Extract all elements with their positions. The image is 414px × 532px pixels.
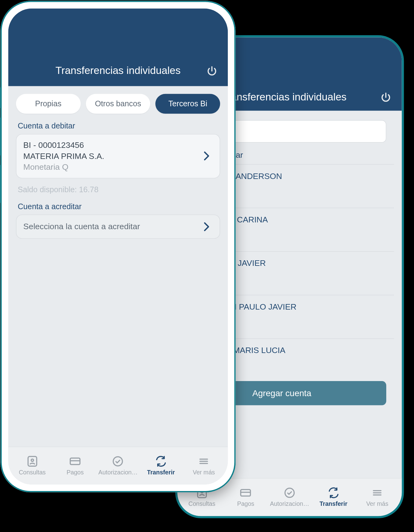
credit-placeholder: Selecciona la cuenta a acreditar bbox=[23, 221, 200, 232]
credit-section-label: Cuenta a acreditar bbox=[8, 198, 228, 213]
debit-section-label: Cuenta a debitar bbox=[8, 118, 228, 132]
phone-front-wrap: Transferencias individuales Propias Otro… bbox=[0, 1, 236, 492]
available-balance: Saldo disponible: 16.78 bbox=[8, 182, 228, 199]
side-button bbox=[404, 171, 404, 205]
debit-account-selector[interactable]: BI - 0000123456 MATERIA PRIMA S.A. Monet… bbox=[16, 134, 220, 178]
tab-propias[interactable]: Propias bbox=[16, 94, 80, 113]
power-icon[interactable] bbox=[206, 65, 217, 76]
nav-autorizaciones[interactable]: Autorizacion… bbox=[269, 486, 310, 507]
tab-terceros-bi[interactable]: Terceros Bi bbox=[155, 94, 220, 113]
nav-pagos[interactable]: Pagos bbox=[54, 454, 96, 475]
page-title: Transferencias individuales bbox=[30, 64, 206, 76]
side-button bbox=[0, 164, 0, 203]
chevron-right-icon bbox=[200, 149, 213, 162]
chevron-right-icon bbox=[200, 220, 213, 233]
bottom-nav: Consultas Pagos Autorizacion… Transferir… bbox=[8, 446, 228, 484]
check-circle-icon bbox=[283, 486, 296, 499]
nav-pagos[interactable]: Pagos bbox=[225, 486, 266, 507]
svg-point-7 bbox=[113, 456, 122, 465]
menu-icon bbox=[371, 486, 383, 499]
badge-icon bbox=[26, 454, 39, 467]
debit-account-id: BI - 0000123456 bbox=[23, 140, 200, 151]
transfer-type-tabs: Propias Otros bancos Terceros Bi bbox=[8, 86, 228, 118]
power-icon[interactable] bbox=[380, 91, 391, 103]
debit-account-type: Monetaria Q bbox=[23, 161, 200, 173]
side-button bbox=[0, 87, 0, 108]
nav-consultas[interactable]: Consultas bbox=[11, 454, 53, 475]
transfer-icon bbox=[327, 486, 340, 499]
nav-ver-mas[interactable]: Ver más bbox=[356, 486, 398, 507]
check-circle-icon bbox=[111, 454, 124, 467]
phone-front: Transferencias individuales Propias Otro… bbox=[8, 8, 228, 485]
debit-account-owner: MATERIA PRIMA S.A. bbox=[23, 150, 200, 161]
svg-point-5 bbox=[31, 459, 33, 461]
side-button bbox=[0, 117, 0, 156]
svg-point-3 bbox=[285, 488, 294, 497]
transfer-icon bbox=[154, 454, 167, 467]
nav-transferir[interactable]: Transferir bbox=[313, 486, 354, 507]
nav-autorizaciones[interactable]: Autorizacion… bbox=[97, 454, 138, 475]
credit-account-selector[interactable]: Selecciona la cuenta a acreditar bbox=[16, 214, 220, 238]
tab-otros-bancos[interactable]: Otros bancos bbox=[86, 94, 150, 113]
nav-ver-mas[interactable]: Ver más bbox=[183, 454, 224, 475]
nav-transferir[interactable]: Transferir bbox=[140, 454, 181, 475]
card-icon bbox=[239, 486, 252, 499]
card-icon bbox=[68, 454, 81, 467]
menu-icon bbox=[197, 454, 210, 467]
app-header: Transferencias individuales bbox=[8, 8, 228, 86]
